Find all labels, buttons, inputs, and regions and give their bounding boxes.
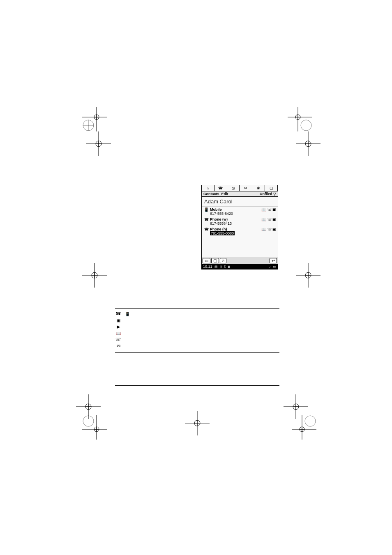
ss-top-toolbar	[202, 185, 278, 191]
status-signal-icon	[228, 265, 230, 269]
ss-statusbar: 10:11	[202, 264, 278, 269]
atphone-icon	[115, 337, 122, 342]
mobile-icon	[124, 311, 131, 316]
action-call-icon[interactable]	[261, 227, 266, 232]
legend-row	[115, 331, 279, 336]
action-sms-icon[interactable]	[267, 217, 272, 222]
entry-number: 617-5558413	[210, 221, 258, 226]
ss-menubar: Contacts Edit Unfiled ▽	[202, 191, 278, 197]
legend-row	[115, 337, 279, 342]
legend-row	[115, 311, 279, 316]
svg-point-55	[305, 416, 316, 426]
action-call-icon[interactable]	[261, 207, 266, 212]
vcall-icon	[115, 318, 122, 323]
toolbar-people-icon[interactable]	[252, 185, 265, 191]
entry-number: 617-555-8420	[210, 212, 258, 216]
action-sms-icon[interactable]	[267, 227, 272, 232]
crop-mark-br2	[292, 415, 316, 440]
svg-point-8	[301, 120, 311, 131]
entry-number: 781-555-0080	[210, 231, 258, 235]
action-sms-icon[interactable]	[267, 207, 272, 212]
svg-point-39	[83, 416, 94, 426]
action-video-icon[interactable]	[272, 227, 276, 232]
status-battery-icon	[273, 265, 277, 269]
legend-row	[115, 318, 279, 323]
crop-mark-mr	[296, 263, 321, 288]
contact-entry[interactable]: Phone (h)781-555-0080	[202, 226, 278, 236]
crop-mark-tr	[288, 107, 312, 131]
menu-category[interactable]: Unfiled ▽	[260, 192, 276, 196]
tab-camera-icon[interactable]	[220, 258, 226, 263]
action-video-icon[interactable]	[272, 217, 276, 222]
action-video-icon[interactable]	[272, 207, 276, 212]
crop-mark-tr2	[296, 131, 321, 156]
status-dot-icon	[269, 265, 271, 269]
toolbar-phone-icon[interactable]	[214, 185, 227, 191]
legend-row	[115, 324, 279, 329]
contact-name: Adam Carol	[202, 197, 278, 207]
phone-icon	[115, 311, 122, 316]
toolbar-clock-icon[interactable]	[227, 185, 240, 191]
entry-type-icon	[203, 227, 209, 231]
crop-mark-tl	[82, 107, 107, 131]
mms-icon	[115, 343, 122, 349]
phonebook-icon	[115, 331, 122, 336]
crop-mark-tl2	[86, 131, 111, 156]
tab-note-icon[interactable]	[211, 258, 219, 263]
entry-label: Phone (w)	[210, 217, 258, 221]
toolbar-box-icon[interactable]	[265, 185, 278, 191]
status-bluetooth-icon	[224, 265, 226, 269]
toolbar-msg-icon[interactable]	[240, 185, 252, 191]
contact-entry[interactable]: Mobile617-555-8420	[202, 207, 278, 216]
tab-card-icon[interactable]	[203, 258, 210, 263]
vcall2-icon	[115, 324, 122, 329]
entry-label: Phone (h)	[210, 227, 258, 231]
device-screenshot: Contacts Edit Unfiled ▽ Adam Carol Mobil…	[201, 185, 278, 269]
ss-bottom-tabs	[202, 257, 278, 264]
menu-contacts[interactable]: Contacts	[203, 192, 219, 196]
menu-edit[interactable]: Edit	[221, 192, 228, 196]
status-time: 10:11	[203, 265, 212, 269]
action-call-icon[interactable]	[261, 217, 266, 222]
back-button[interactable]	[270, 258, 277, 263]
crop-mark-bc	[185, 411, 210, 435]
entry-type-icon	[203, 207, 209, 212]
bottom-rule	[115, 385, 279, 386]
toolbar-home-icon[interactable]	[202, 185, 214, 191]
entry-type-icon	[203, 217, 209, 221]
body-text	[115, 177, 279, 179]
entry-label: Mobile	[210, 207, 258, 212]
legend-row	[115, 343, 279, 349]
status-card-icon	[214, 265, 218, 269]
crop-mark-bl2	[82, 415, 107, 440]
status-clip-icon	[220, 265, 222, 269]
contact-entry[interactable]: Phone (w)617-5558413	[202, 216, 278, 226]
icon-legend	[115, 308, 279, 353]
crop-mark-ml	[82, 263, 107, 288]
